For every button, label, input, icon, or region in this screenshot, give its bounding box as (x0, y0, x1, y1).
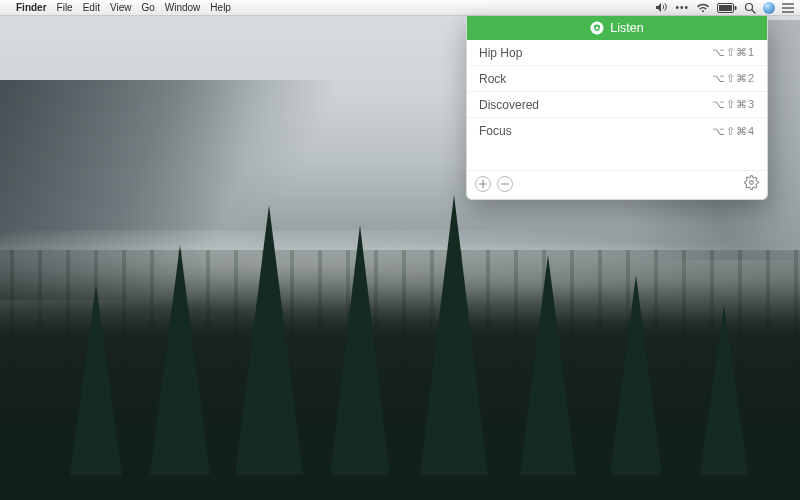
settings-button[interactable] (744, 175, 759, 193)
playlist-shortcut: ⌥⇧⌘4 (712, 125, 755, 138)
playlist-shortcut: ⌥⇧⌘3 (712, 98, 755, 111)
spotlight-search-icon[interactable] (744, 2, 756, 14)
menu-file[interactable]: File (57, 2, 73, 13)
listen-panel: Listen Hip Hop ⌥⇧⌘1 Rock ⌥⇧⌘2 Discovered… (466, 16, 768, 200)
playlist-name: Hip Hop (479, 46, 712, 60)
playlist-list: Hip Hop ⌥⇧⌘1 Rock ⌥⇧⌘2 Discovered ⌥⇧⌘3 F… (467, 40, 767, 170)
listen-logo-icon (590, 21, 604, 35)
svg-line-4 (752, 10, 755, 13)
add-button[interactable] (475, 176, 491, 192)
siri-icon[interactable] (763, 2, 775, 14)
list-item[interactable]: Hip Hop ⌥⇧⌘1 (467, 40, 767, 66)
menu-help[interactable]: Help (210, 2, 231, 13)
desktop-wallpaper: Finder File Edit View Go Window Help ••• (0, 0, 800, 500)
panel-title: Listen (610, 21, 643, 35)
svg-point-13 (750, 181, 754, 185)
menu-go[interactable]: Go (141, 2, 154, 13)
panel-header: Listen (467, 16, 767, 40)
battery-icon[interactable] (717, 3, 737, 13)
svg-rect-2 (735, 6, 737, 10)
playlist-name: Focus (479, 124, 712, 138)
panel-footer (467, 170, 767, 199)
more-icon[interactable]: ••• (675, 2, 689, 13)
menu-window[interactable]: Window (165, 2, 201, 13)
playlist-name: Rock (479, 72, 712, 86)
playlist-shortcut: ⌥⇧⌘1 (712, 46, 755, 59)
list-item[interactable]: Focus ⌥⇧⌘4 (467, 118, 767, 144)
list-item[interactable]: Rock ⌥⇧⌘2 (467, 66, 767, 92)
svg-point-9 (596, 27, 599, 30)
wifi-icon[interactable] (696, 3, 710, 13)
menu-view[interactable]: View (110, 2, 132, 13)
remove-button[interactable] (497, 176, 513, 192)
playlist-shortcut: ⌥⇧⌘2 (712, 72, 755, 85)
svg-point-3 (746, 3, 753, 10)
list-item[interactable]: Discovered ⌥⇧⌘3 (467, 92, 767, 118)
playlist-name: Discovered (479, 98, 712, 112)
menu-edit[interactable]: Edit (83, 2, 100, 13)
app-name[interactable]: Finder (16, 2, 47, 13)
menu-bar: Finder File Edit View Go Window Help ••• (0, 0, 800, 16)
notification-center-icon[interactable] (782, 3, 794, 13)
svg-rect-1 (719, 5, 732, 11)
volume-icon[interactable] (655, 2, 668, 13)
